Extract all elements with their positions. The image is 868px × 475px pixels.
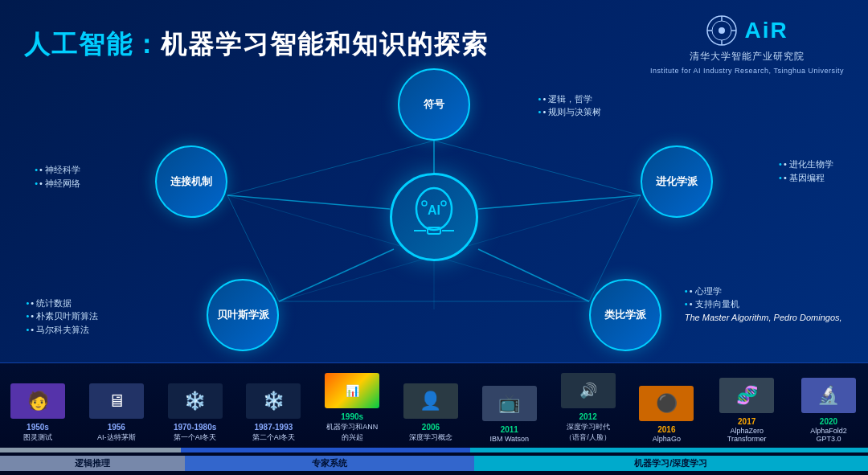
node-connectionism: 连接机制 xyxy=(155,145,227,218)
annotation-connectionism: •• 神经科学 •• 神经网络 xyxy=(35,163,80,190)
tl-image-2016: ⚫ xyxy=(639,386,694,421)
svg-line-11 xyxy=(478,249,589,301)
tl-label-2020: AlphaFold2 GPT3.0 xyxy=(800,427,857,443)
timeline-seg-expert xyxy=(181,448,470,452)
svg-line-10 xyxy=(279,249,394,301)
node-analogism: 类比学派 xyxy=(589,279,661,351)
timeline-seg-ml xyxy=(470,448,868,452)
svg-line-9 xyxy=(478,195,641,209)
ai-head-icon: AI xyxy=(402,181,466,253)
node-bayesian: 贝叶斯学派 xyxy=(207,279,279,351)
title-prefix: 人工智能： xyxy=(24,30,161,59)
tl-year-1987: 1987-1993 xyxy=(254,423,293,432)
tl-label-2016: AlphaGo xyxy=(653,435,681,443)
timeline-item-1950s: 🧑 1950s 图灵测试 xyxy=(6,383,69,443)
title-suffix: 机器学习智能和知识的探索 xyxy=(161,30,489,59)
timeline-item-1956: 🖥 1956 AI-达特茅斯 xyxy=(85,383,148,443)
timeline-item-2006: 👤 2006 深度学习概念 xyxy=(399,383,462,443)
timeline-item-2012: 🔊 2012 深度学习时代（语音/人脸） xyxy=(557,373,620,443)
tl-image-2011: 📺 xyxy=(482,386,537,421)
tl-image-2006: 👤 xyxy=(403,383,458,419)
svg-line-8 xyxy=(227,195,390,209)
timeline-section: 🧑 1950s 图灵测试 🖥 1956 AI-达特茅斯 ❄️ 1970-1980… xyxy=(0,362,868,475)
node-symbol: 符号 xyxy=(398,68,470,141)
tl-year-2016: 2016 xyxy=(657,425,675,434)
tl-label-2012: 深度学习时代（语音/人脸） xyxy=(560,422,616,443)
tl-image-1956: 🖥 xyxy=(89,383,144,419)
diagram-area: AI 符号 连接机制 进化学派 贝叶斯学派 类比学派 •• 逻辑，哲学 •• 规… xyxy=(0,68,868,366)
category-expert: 专家系统 xyxy=(185,456,474,471)
node-evolutionism: 进化学派 xyxy=(641,145,713,218)
tl-year-1956: 1956 xyxy=(108,423,125,432)
category-labels: 逻辑推理 专家系统 机器学习/深度学习 xyxy=(0,456,868,471)
tl-image-1990s: 📊 xyxy=(325,373,379,408)
tl-label-1990s: 机器学习和ANN的兴起 xyxy=(324,422,380,443)
tl-year-1970s: 1970-1980s xyxy=(174,423,216,432)
category-ml: 机器学习/深度学习 xyxy=(474,456,869,471)
logo-top: AiR xyxy=(706,14,788,47)
tl-label-2017: AlphaZero Transformer xyxy=(719,427,775,443)
tl-image-2012: 🔊 xyxy=(561,373,616,408)
tl-image-1950s: 🧑 xyxy=(10,383,65,419)
page-title: 人工智能：机器学习智能和知识的探索 xyxy=(24,27,489,63)
tl-image-1970s: ❄️ xyxy=(168,383,223,419)
tl-year-1990s: 1990s xyxy=(341,412,363,421)
master-algorithm-text: The Master Algorithm, Pedro Domingos, xyxy=(685,311,842,325)
annotation-evolutionism: •• 进化生物学 •• 基因编程 xyxy=(779,158,833,184)
logo-air-text: AiR xyxy=(744,18,788,43)
ai-center-circle: AI xyxy=(390,173,478,261)
timeline-item-2011: 📺 2011 IBM Watson xyxy=(478,386,541,443)
tl-year-2011: 2011 xyxy=(501,425,518,434)
svg-point-25 xyxy=(422,201,427,206)
tl-label-1956: AI-达特茅斯 xyxy=(97,432,136,443)
timeline-item-2017: 🧬 2017 AlphaZero Transformer xyxy=(714,378,780,443)
tl-year-2017: 2017 xyxy=(738,417,755,426)
svg-text:AI: AI xyxy=(428,203,440,217)
tl-year-2012: 2012 xyxy=(579,412,596,421)
timeline-bar xyxy=(0,448,868,452)
tl-label-1950s: 图灵测试 xyxy=(23,432,52,443)
tl-image-1987: ❄️ xyxy=(246,383,301,419)
tl-label-1987: 第二个AI冬天 xyxy=(252,432,296,443)
logo-area: AiR 清华大学智能产业研究院 Institute for AI Industr… xyxy=(650,14,844,75)
annotation-analogism: •• 心理学 •• 支持向量机 The Master Algorithm, Pe… xyxy=(685,285,842,325)
tl-year-2006: 2006 xyxy=(422,423,440,432)
timeline-item-2020: 🔬 2020 AlphaFold2 GPT3.0 xyxy=(796,378,862,443)
svg-point-2 xyxy=(719,27,725,34)
timeline-item-2016: ⚫ 2016 AlphaGo xyxy=(635,386,698,443)
category-logic: 逻辑推理 xyxy=(0,456,185,471)
tl-year-2020: 2020 xyxy=(820,417,837,426)
svg-point-26 xyxy=(441,201,446,206)
timeline-item-1987: ❄️ 1987-1993 第二个AI冬天 xyxy=(242,383,305,443)
tl-label-2006: 深度学习概念 xyxy=(409,432,452,443)
annotation-symbol: •• 逻辑，哲学 •• 规则与决策树 xyxy=(538,92,602,119)
tl-image-2017: 🧬 xyxy=(719,378,774,413)
timeline-item-1990s: 📊 1990s 机器学习和ANN的兴起 xyxy=(321,373,383,443)
tl-label-1970s: 第一个AI冬天 xyxy=(174,432,217,443)
timeline-seg-logic xyxy=(0,448,181,452)
timeline-item-1970s: ❄️ 1970-1980s 第一个AI冬天 xyxy=(164,383,227,443)
tl-image-2020: 🔬 xyxy=(801,378,856,413)
tl-year-1950s: 1950s xyxy=(27,423,49,432)
logo-name: 清华大学智能产业研究院 xyxy=(690,50,805,63)
annotation-bayesian: •• 统计数据 •• 朴素贝叶斯算法 •• 马尔科夫算法 xyxy=(26,297,98,337)
tl-label-2011: IBM Watson xyxy=(489,435,529,443)
timeline-items: 🧑 1950s 图灵测试 🖥 1956 AI-达特茅斯 ❄️ 1970-1980… xyxy=(6,373,862,443)
logo-emblem-icon xyxy=(706,14,738,47)
